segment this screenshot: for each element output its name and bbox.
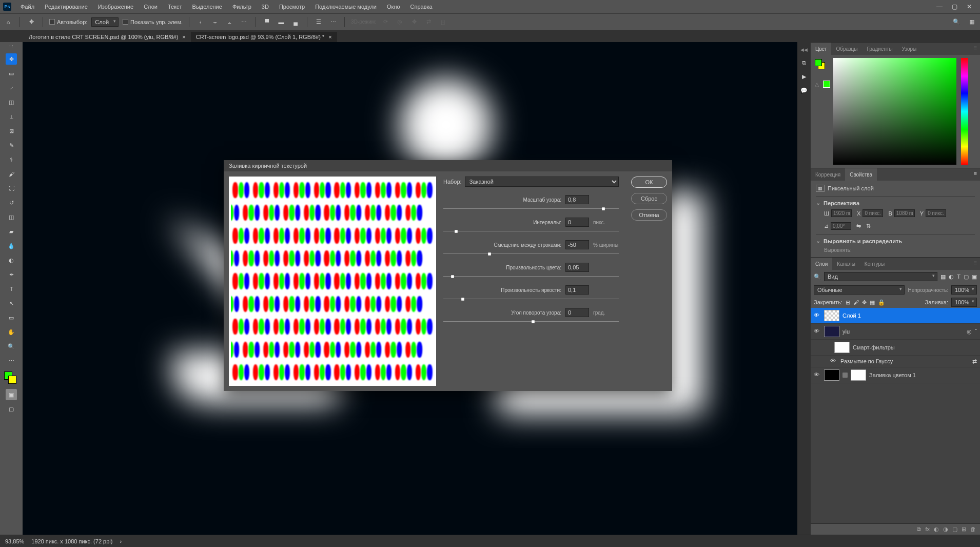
pen-tool[interactable]: ✒ xyxy=(6,269,17,280)
edit-toolbar-icon[interactable]: ⋯ xyxy=(6,355,17,366)
visibility-toggle-icon[interactable]: 👁 xyxy=(814,312,821,319)
layer-row[interactable]: 👁 Смарт-фильтры xyxy=(811,340,980,356)
param-input[interactable] xyxy=(565,285,589,295)
minimize-button[interactable]: — xyxy=(936,3,943,10)
lock-artboard-icon[interactable]: ▦ xyxy=(870,299,875,306)
param-input[interactable] xyxy=(565,195,589,204)
param-input[interactable] xyxy=(565,218,589,227)
param-slider[interactable] xyxy=(443,275,619,278)
filter-shape-icon[interactable]: ▢ xyxy=(964,274,969,280)
param-input[interactable] xyxy=(565,308,589,317)
menu-layers[interactable]: Слои xyxy=(139,0,163,13)
eraser-tool[interactable]: ◫ xyxy=(6,211,17,223)
layer-row[interactable]: 👁 Заливка цветом 1 xyxy=(811,367,980,383)
workspace-icon[interactable]: ▦ xyxy=(967,17,977,27)
dodge-tool[interactable]: ◐ xyxy=(6,255,17,266)
param-slider[interactable] xyxy=(443,298,619,301)
maximize-button[interactable]: ▢ xyxy=(952,3,957,10)
menu-plugins[interactable]: Подключаемые модули xyxy=(310,0,382,13)
align-top-icon[interactable]: ▀ xyxy=(262,17,272,27)
brush-tool[interactable]: 🖌 xyxy=(6,168,17,180)
smart-filter-icon[interactable]: ◎ xyxy=(967,328,972,335)
background-color[interactable] xyxy=(8,376,16,384)
y-input[interactable] xyxy=(926,209,946,217)
layer-name[interactable]: Смарт-фильтры xyxy=(853,344,977,350)
hand-tool[interactable]: ✋ xyxy=(6,326,17,338)
tab-adjustments[interactable]: Коррекция xyxy=(811,168,845,181)
group-icon[interactable]: ▢ xyxy=(952,526,957,533)
screen-mode-tool[interactable]: ▢ xyxy=(6,403,17,415)
blur-tool[interactable]: 💧 xyxy=(6,240,17,251)
opacity-input[interactable]: 100% xyxy=(951,285,977,295)
move-tool[interactable]: ✥ xyxy=(6,53,17,65)
set-dropdown[interactable]: Заказной xyxy=(465,177,619,187)
lasso-tool[interactable]: ⟋ xyxy=(6,82,17,93)
visibility-toggle-icon[interactable]: 👁 xyxy=(814,372,821,379)
layer-name[interactable]: Размытие по Гауссу xyxy=(840,358,969,364)
more-align-icon[interactable]: ⋯ xyxy=(239,17,249,27)
layer-thumb[interactable] xyxy=(824,369,839,381)
lock-position-icon[interactable]: ✥ xyxy=(862,299,867,306)
move-tool-icon[interactable]: ✥ xyxy=(26,17,36,27)
perspective-section-toggle[interactable]: ⌄ Перспектива xyxy=(816,200,975,206)
object-select-tool[interactable]: ◫ xyxy=(6,96,17,108)
reset-button[interactable]: Сброс xyxy=(631,193,667,204)
fill-input[interactable]: 100% xyxy=(951,298,977,307)
adjustment-icon[interactable]: ◑ xyxy=(943,526,948,533)
panel-menu-icon[interactable]: ≡ xyxy=(971,168,980,181)
marquee-tool[interactable]: ▭ xyxy=(6,68,17,79)
close-button[interactable]: ✕ xyxy=(967,3,972,10)
filter-adjustment-icon[interactable]: ◐ xyxy=(949,274,954,280)
filter-smart-icon[interactable]: ▣ xyxy=(972,274,977,280)
align-section-toggle[interactable]: ⌄ Выровнять и распределить xyxy=(816,238,975,244)
menu-filter[interactable]: Фильтр xyxy=(227,0,257,13)
layer-filter-dropdown[interactable]: Вид xyxy=(824,272,937,281)
more-options-icon[interactable]: ⋯ xyxy=(328,17,338,27)
param-input[interactable] xyxy=(565,263,589,272)
align-right-icon[interactable]: ⫠ xyxy=(224,17,234,27)
param-slider[interactable] xyxy=(443,207,619,210)
doc-info[interactable]: 1920 пикc. x 1080 пикс. (72 ppi) xyxy=(31,538,112,544)
document-tab-active[interactable]: CRT-screen logo.psd @ 93,9% (Слой 1, RGB… xyxy=(191,32,337,42)
param-slider[interactable] xyxy=(443,252,619,256)
search-icon[interactable]: 🔍 xyxy=(951,17,962,27)
filter-blend-icon[interactable]: ⇄ xyxy=(972,358,977,365)
menu-help[interactable]: Справка xyxy=(405,0,438,13)
menu-text[interactable]: Текст xyxy=(163,0,187,13)
rectangle-tool[interactable]: ▭ xyxy=(6,312,17,323)
tab-color[interactable]: Цвет xyxy=(811,43,831,55)
history-brush-tool[interactable]: ↺ xyxy=(6,197,17,208)
tab-paths[interactable]: Контуры xyxy=(860,258,889,270)
toolbox-handle-icon[interactable]: ⫶⫶ xyxy=(9,44,14,49)
param-input[interactable] xyxy=(565,240,589,249)
lock-image-icon[interactable]: 🖌 xyxy=(853,299,859,305)
visibility-toggle-icon[interactable]: 👁 xyxy=(814,328,821,335)
fx-icon[interactable]: fx xyxy=(925,526,930,533)
color-swatch-pair[interactable] xyxy=(815,59,826,70)
width-input[interactable] xyxy=(831,209,852,217)
history-panel-icon[interactable]: ⧉ xyxy=(802,60,806,66)
ok-button[interactable]: ОК xyxy=(631,177,667,188)
document-tab[interactable]: Логотип в стиле CRT SCREEN.psd @ 100% (y… xyxy=(24,32,191,42)
align-center-h-icon[interactable]: ⫟ xyxy=(210,17,220,27)
autoselect-checkbox[interactable]: Автовыбор: xyxy=(49,19,87,25)
mask-icon[interactable]: ◐ xyxy=(934,526,939,533)
gradient-tool[interactable]: ▰ xyxy=(6,226,17,237)
type-tool[interactable]: T xyxy=(6,283,17,295)
param-slider[interactable] xyxy=(443,320,619,323)
layer-row[interactable]: 👁 Слой 1 xyxy=(811,308,980,324)
tab-close-icon[interactable]: × xyxy=(328,34,331,40)
visibility-toggle-icon[interactable]: 👁 xyxy=(830,358,837,365)
zoom-tool[interactable]: 🔍 xyxy=(6,341,17,352)
cancel-button[interactable]: Отмена xyxy=(631,209,667,221)
layer-thumb[interactable] xyxy=(824,326,839,337)
color-picker-field[interactable] xyxy=(833,58,956,165)
foreground-background-swatch[interactable] xyxy=(4,372,18,386)
hue-slider[interactable] xyxy=(961,58,968,165)
clone-stamp-tool[interactable]: ⛶ xyxy=(6,183,17,194)
path-select-tool[interactable]: ↖ xyxy=(6,298,17,309)
height-input[interactable] xyxy=(894,209,915,217)
tab-close-icon[interactable]: × xyxy=(182,34,185,40)
menu-3d[interactable]: 3D xyxy=(257,0,274,13)
lock-trans-icon[interactable]: ⊞ xyxy=(846,299,850,306)
